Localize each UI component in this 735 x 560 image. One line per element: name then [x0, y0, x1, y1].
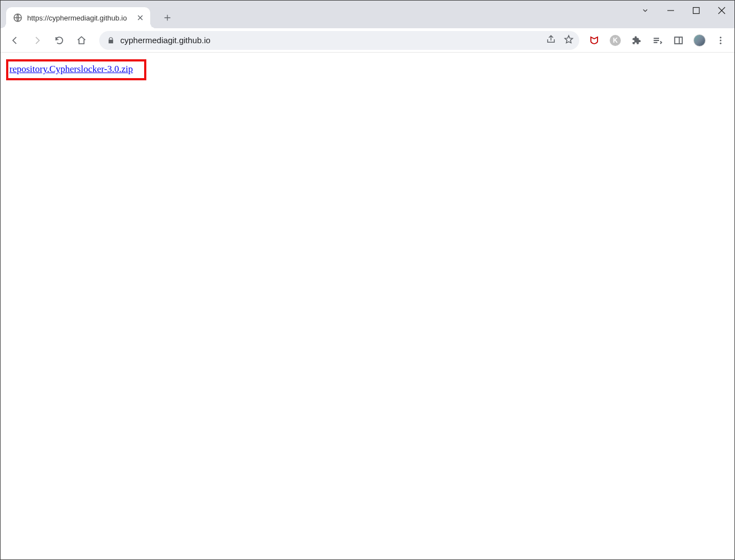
active-tab[interactable]: https://cyphermediagit.github.io — [6, 7, 150, 28]
extensions-puzzle-icon[interactable] — [627, 31, 646, 50]
address-bar[interactable]: cyphermediagit.github.io — [99, 31, 579, 50]
close-tab-button[interactable] — [136, 13, 145, 22]
svg-rect-1 — [693, 8, 700, 14]
media-control-icon[interactable] — [648, 31, 667, 50]
forward-button[interactable] — [27, 30, 47, 50]
toolbar: cyphermediagit.github.io K — [1, 28, 734, 53]
page-body: repository.Cypherslocker-3.0.zip — [1, 53, 734, 559]
globe-icon — [13, 13, 23, 23]
maximize-button[interactable] — [683, 1, 709, 20]
titlebar: https://cyphermediagit.github.io — [1, 1, 734, 28]
lock-icon — [107, 37, 115, 44]
reload-button[interactable] — [49, 30, 69, 50]
window-controls — [632, 1, 734, 20]
k-badge: K — [610, 35, 621, 46]
svg-point-4 — [720, 39, 722, 41]
download-zip-link[interactable]: repository.Cypherslocker-3.0.zip — [9, 64, 133, 74]
omnibox-right-icons — [546, 34, 574, 47]
search-tabs-button[interactable] — [632, 1, 658, 20]
back-button[interactable] — [5, 30, 25, 50]
profile-avatar[interactable] — [690, 31, 709, 50]
annotation-highlight-box: repository.Cypherslocker-3.0.zip — [6, 59, 146, 80]
tab-row: https://cyphermediagit.github.io — [1, 1, 177, 28]
share-icon[interactable] — [546, 34, 556, 47]
svg-point-5 — [720, 42, 722, 44]
chrome-menu-button[interactable] — [711, 31, 730, 50]
new-tab-button[interactable] — [158, 8, 177, 27]
k-extension-icon[interactable]: K — [606, 31, 625, 50]
side-panel-icon[interactable] — [669, 31, 688, 50]
svg-point-3 — [720, 37, 722, 38]
bookmark-star-icon[interactable] — [564, 34, 574, 47]
avatar-icon — [693, 34, 706, 47]
minimize-button[interactable] — [658, 1, 683, 20]
mcafee-extension-icon[interactable] — [585, 31, 604, 50]
url-text: cyphermediagit.github.io — [120, 35, 540, 45]
tab-title: https://cyphermediagit.github.io — [27, 14, 131, 22]
home-button[interactable] — [72, 30, 91, 50]
svg-rect-2 — [675, 37, 682, 44]
close-window-button[interactable] — [709, 1, 734, 20]
